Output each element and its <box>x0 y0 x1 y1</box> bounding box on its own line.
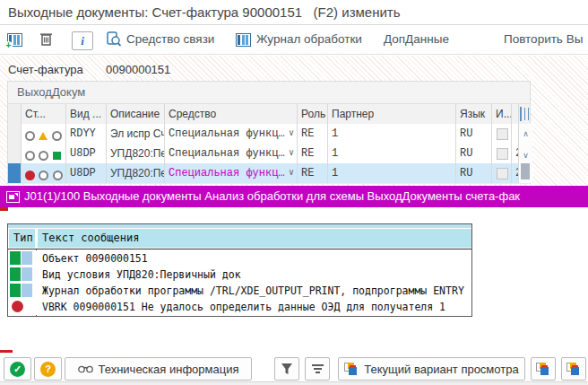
language-cell: RU <box>455 144 491 163</box>
clipped-cell <box>511 124 518 144</box>
col-description[interactable]: Описание <box>106 104 164 125</box>
log-row[interactable]: Вид условия УПД820:Первичный док <box>8 267 471 283</box>
output-documents-groupbox: ВыходДокум Ст... Вид ... Описание Средст… <box>7 81 531 184</box>
log-success-icon <box>10 251 21 265</box>
description-cell: УПД820:Пер… <box>106 163 164 183</box>
confirm-button[interactable]: ✓ <box>4 357 31 381</box>
clipped-cell: 2 <box>511 163 518 183</box>
log-row[interactable]: Объект 0090000151 <box>8 250 471 267</box>
col-partner[interactable]: Партнер <box>327 104 455 125</box>
save-variant-button[interactable] <box>531 357 556 381</box>
processing-log-label[interactable]: Журнал обработки <box>256 32 362 46</box>
medium-dropdown[interactable]: Специальная функц… ∨ <box>164 163 297 183</box>
col-medium[interactable]: Средство <box>164 104 297 125</box>
initiator-checkbox[interactable] <box>497 148 508 160</box>
col-status[interactable]: Ст... <box>21 104 65 125</box>
partner-cell: 1 <box>327 124 455 144</box>
communication-method-icon <box>106 31 122 48</box>
display-variant-button[interactable]: Текущий вариант просмотра <box>338 357 525 381</box>
filter-button[interactable] <box>274 357 299 381</box>
log-type-cell <box>8 267 36 283</box>
log-type-cell <box>8 299 36 315</box>
table-config-icon <box>520 107 522 121</box>
check-icon: ✓ <box>10 362 25 377</box>
log-message: Вид условия УПД820:Первичный док <box>42 268 241 281</box>
log-message: VBRK 0090000151 Не удалось определить да… <box>42 301 445 313</box>
status-off-icon <box>52 131 62 141</box>
dialog-title-bar: J01(1)/100 Выходные документы Анализ обр… <box>0 186 588 207</box>
initiator-checkbox[interactable] <box>497 128 508 140</box>
processing-log-button[interactable] <box>236 33 251 47</box>
description-cell: Эл испр Сче… <box>106 124 164 144</box>
layout-variant-icon <box>536 363 550 376</box>
log-marker <box>22 284 32 297</box>
status-cell <box>21 163 65 183</box>
initiator-cell <box>491 163 511 183</box>
row-select-cell[interactable] <box>8 163 22 183</box>
layout-variant-icon <box>566 363 581 376</box>
language-cell: RU <box>455 124 491 144</box>
row-select-cell[interactable] <box>8 124 22 144</box>
dialog-border-mark <box>0 207 8 211</box>
medium-dropdown[interactable]: Специальная функц… ∨ <box>164 124 297 144</box>
sort-button[interactable] <box>305 357 330 381</box>
table-row[interactable]: RDYY Эл испр Сче… Специальная функц… ∨ R… <box>8 124 530 144</box>
col-initiator[interactable]: И... <box>491 104 511 125</box>
log-row[interactable]: VBRK 0090000151 Не удалось определить да… <box>8 299 471 315</box>
additional-data-button[interactable]: ДопДанные <box>384 32 449 46</box>
status-warning-icon <box>39 132 48 140</box>
create-output-button[interactable]: + <box>7 33 22 47</box>
status-cell <box>21 124 65 144</box>
log-message: Объект 0090000151 <box>42 252 148 265</box>
log-type-cell <box>8 283 36 299</box>
status-off-icon <box>25 131 35 141</box>
question-icon: ? <box>40 362 56 377</box>
medium-dropdown[interactable]: Специальная функц… ∨ <box>164 144 297 163</box>
technical-info-label: Техническая информация <box>99 363 239 376</box>
table-row-selected[interactable]: U8DP УПД820:Пер… Специальная функц… ∨ RE… <box>8 163 530 184</box>
invoice-field-value[interactable]: 0090000151 <box>106 63 170 76</box>
help-button[interactable]: ? <box>34 357 62 381</box>
log-marker <box>22 267 32 281</box>
row-select-cell[interactable] <box>8 144 22 163</box>
log-row[interactable]: Журнал обработки программы /TRL/XDE_OUTP… <box>8 283 471 299</box>
clipped-cell: 2 <box>511 144 518 163</box>
communication-button[interactable] <box>106 31 122 48</box>
table-scrollbar[interactable]: ∧ ∨ <box>518 124 532 183</box>
scroll-down-icon[interactable]: ∨ <box>519 151 532 160</box>
log-type-cell <box>8 250 36 267</box>
col-select[interactable] <box>8 104 21 125</box>
col-language[interactable]: Язык <box>455 104 491 125</box>
role-cell: RE <box>297 163 327 183</box>
scroll-up-icon[interactable]: ∧ <box>519 129 532 138</box>
table-row[interactable]: U8DP УПД820:Пер… Специальная функц… ∨ RE… <box>8 144 530 164</box>
technical-info-button[interactable]: Техническая информация <box>65 357 252 381</box>
col-role[interactable]: Роль <box>297 104 327 125</box>
processing-log-icon <box>236 33 251 47</box>
info-icon: i <box>72 31 93 50</box>
info-button[interactable]: i <box>72 31 93 50</box>
log-col-type: Тип <box>9 229 35 248</box>
initiator-cell <box>491 144 511 163</box>
log-header-divider <box>8 249 471 249</box>
status-success-icon <box>53 152 61 160</box>
repeat-output-button[interactable]: Повторить Вы <box>504 32 583 46</box>
status-cell <box>21 144 65 163</box>
initiator-cell <box>491 124 511 144</box>
col-clipped <box>511 104 518 125</box>
delete-button[interactable] <box>39 31 53 47</box>
layout-variant-icon <box>344 363 359 376</box>
dialog-window-icon <box>6 191 20 203</box>
filter-icon <box>281 363 293 375</box>
scrollbar-thumb[interactable] <box>521 163 530 179</box>
table-config-button[interactable] <box>518 104 532 125</box>
processing-log-table: Тип Текст сообщения Объект 0090000151 Ви… <box>7 223 472 317</box>
log-col-message: Текст сообщения <box>38 229 471 248</box>
col-kind[interactable]: Вид ... <box>65 104 106 125</box>
initiator-checkbox[interactable] <box>497 168 508 179</box>
kind-cell: U8DP <box>65 163 106 183</box>
communication-label[interactable]: Средство связи <box>126 32 214 46</box>
partner-cell: 1 <box>327 144 455 163</box>
manage-variant-button[interactable] <box>561 357 586 381</box>
kind-cell: RDYY <box>65 124 106 144</box>
